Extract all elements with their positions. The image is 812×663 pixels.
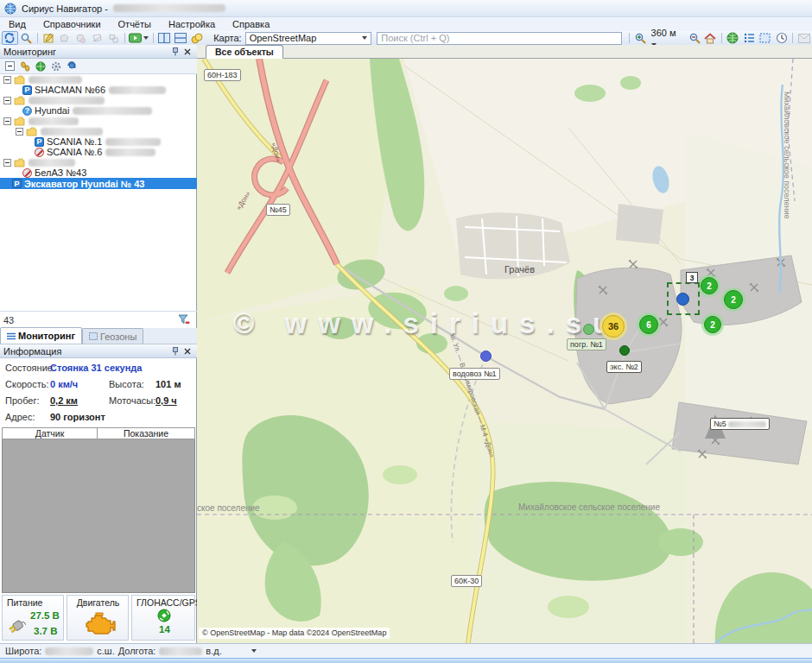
object-marker-eks[interactable]: [619, 345, 630, 356]
object-label-pogr[interactable]: погр. №1: [567, 338, 606, 350]
cluster-marker-green-2c[interactable]: 2: [704, 316, 721, 333]
tree-row-group[interactable]: [0, 126, 197, 136]
window-title: Сириус Навигатор -: [22, 3, 108, 14]
menu-item-spravka[interactable]: Справка: [224, 18, 278, 31]
legend-icon[interactable]: [741, 31, 758, 45]
cluster-marker-green-6[interactable]: 6: [639, 315, 658, 334]
info-panel-title: Информация: [3, 346, 61, 357]
parking-status-icon: P: [35, 137, 44, 147]
geozone-cut-icon[interactable]: [89, 31, 105, 45]
tree-row-vehicle-selected[interactable]: P Экскаватор Hyundai № 43: [0, 178, 197, 189]
settlement-label-horizontal: Михайловское сельское поселение: [518, 502, 660, 512]
main-toolbar: Карта: OpenStreetMap 360 м: [0, 31, 812, 46]
geozone-edit-icon[interactable]: [57, 31, 73, 45]
tree-row-vehicle[interactable]: P SHACMAN №66: [0, 85, 197, 95]
payments-icon[interactable]: [188, 31, 205, 45]
menu-item-vid[interactable]: Вид: [0, 18, 35, 31]
expander-icon[interactable]: [3, 117, 11, 125]
object-marker-vodovoz[interactable]: [480, 350, 492, 362]
engine-hours-value[interactable]: 0,9 ч: [155, 395, 177, 406]
map-select-label: Карта:: [213, 33, 242, 43]
tree-row-group[interactable]: [0, 74, 197, 85]
close-icon[interactable]: [181, 345, 193, 357]
monitoring-panel-title: Мониторинг: [3, 47, 56, 57]
menu-bar: Вид Справочники Отчёты Настройка Справка: [0, 17, 812, 31]
tab-geozones[interactable]: Геозоны: [82, 328, 143, 344]
offline-status-icon: [22, 168, 32, 178]
longitude-label: Долгота:: [118, 646, 156, 656]
pin-icon[interactable]: [169, 345, 181, 357]
map-select[interactable]: OpenStreetMap: [245, 32, 372, 45]
menu-item-spravochniki[interactable]: Справочники: [35, 18, 110, 31]
tree-row-group[interactable]: [0, 157, 197, 167]
tree-row-vehicle[interactable]: БелАЗ №43: [0, 167, 197, 178]
globe-icon[interactable]: [725, 31, 741, 45]
road-label-n45: №45: [266, 204, 290, 216]
redacted-title-text: [113, 4, 225, 12]
cluster-marker-green-2b[interactable]: 2: [724, 290, 743, 309]
menu-item-nastroika[interactable]: Настройка: [160, 18, 224, 31]
address-label: Адрес:: [5, 412, 35, 422]
operator-icon[interactable]: [66, 60, 78, 72]
value-column-header[interactable]: Показание: [98, 428, 194, 439]
redacted-text: [728, 421, 766, 427]
redacted-text: [29, 117, 79, 125]
object-label-n5[interactable]: №5: [710, 418, 770, 430]
latitude-suffix: с.ш.: [97, 646, 114, 656]
split-vertical-icon[interactable]: [172, 31, 188, 45]
object-marker-pogr[interactable]: [583, 324, 594, 335]
tree-row-group[interactable]: [0, 116, 197, 126]
tree-row-vehicle[interactable]: ? Hyundai: [0, 105, 197, 116]
sensor-column-header[interactable]: Датчик: [3, 428, 98, 439]
zoom-in-icon[interactable]: [632, 31, 649, 45]
selected-object-marker[interactable]: [676, 293, 689, 306]
map-canvas[interactable]: © www.sirius.su © OpenStreetMap - Map da…: [197, 59, 812, 643]
expander-icon[interactable]: [3, 159, 11, 167]
search-icon[interactable]: [18, 31, 35, 45]
home-icon[interactable]: [702, 31, 719, 45]
expander-icon[interactable]: [3, 97, 11, 104]
menu-item-otchety[interactable]: Отчёты: [110, 18, 160, 31]
zoom-out-icon[interactable]: [686, 31, 702, 45]
select-region-icon[interactable]: [758, 31, 774, 45]
globe-small-icon[interactable]: [35, 60, 47, 72]
gps-satellite-count: 14: [159, 624, 170, 635]
track-player-icon[interactable]: [128, 31, 150, 45]
cluster-marker-green-2a[interactable]: 2: [701, 277, 718, 294]
expander-icon[interactable]: [3, 76, 11, 84]
time-icon[interactable]: [773, 31, 790, 45]
gear-icon[interactable]: [50, 60, 62, 72]
filter-icon[interactable]: [178, 314, 190, 325]
geozone-draw-icon[interactable]: [41, 31, 57, 45]
power-voltage-backup: 3.7 В: [34, 626, 58, 636]
mileage-value[interactable]: 0,2 км: [50, 395, 78, 406]
geozone-move-icon[interactable]: [73, 31, 89, 45]
search-input[interactable]: [377, 32, 621, 45]
tree-row-group[interactable]: [0, 95, 197, 105]
mail-icon[interactable]: [796, 31, 812, 45]
cluster-marker-yellow[interactable]: 36: [602, 315, 625, 338]
pin-icon[interactable]: [169, 46, 181, 57]
sensors-table-body-redacted: [2, 439, 195, 593]
split-horizontal-icon[interactable]: [156, 31, 173, 45]
state-value: Стоянка 31 секунда: [50, 363, 142, 373]
object-label-eks[interactable]: экс. №2: [606, 361, 642, 373]
map-tab-bar: Все объекты: [197, 45, 812, 59]
tab-monitoring[interactable]: Мониторинг: [0, 327, 82, 344]
collapse-all-icon[interactable]: [3, 60, 16, 72]
tree-filter-text[interactable]: 43: [3, 315, 14, 325]
info-panel-header: Информация: [0, 344, 197, 358]
gps-gauge-label: ГЛОНАСС/GPS: [132, 596, 194, 608]
redacted-text: [29, 159, 75, 167]
object-label-vodovoz[interactable]: водовоз №1: [449, 368, 500, 380]
close-icon[interactable]: [181, 46, 193, 57]
statusbar-dropdown-icon[interactable]: [251, 649, 257, 653]
footprints-icon[interactable]: [19, 60, 31, 72]
expander-icon[interactable]: [16, 128, 23, 136]
follow-object-icon[interactable]: [2, 31, 18, 45]
map-tab-all-objects[interactable]: Все объекты: [206, 45, 283, 59]
tree-row-vehicle[interactable]: SCANIA №.6: [0, 147, 197, 157]
offline-status-icon: [35, 148, 44, 157]
geozone-merge-icon[interactable]: [105, 31, 122, 45]
tree-row-vehicle[interactable]: P SCANIA №.1: [0, 136, 197, 147]
